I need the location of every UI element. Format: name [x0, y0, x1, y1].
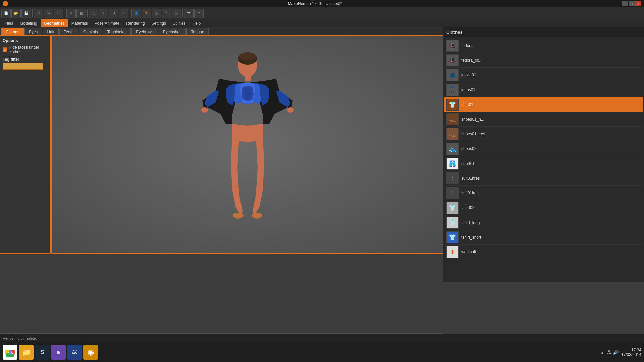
- clothes-thumb-shirt01: 👕: [446, 99, 459, 111]
- tab-eyes[interactable]: Eyes: [24, 28, 42, 35]
- toolbar-undo-btn[interactable]: ↩: [34, 9, 43, 18]
- clothes-item-tshirt02[interactable]: 👕 tshirt02: [444, 200, 643, 215]
- svg-point-2: [239, 52, 256, 60]
- clothes-thumb-tshirt-long: 👕: [446, 217, 459, 229]
- toolbar-move-btn[interactable]: ✛: [99, 9, 108, 18]
- clothes-item-shoes01-lres[interactable]: 👞 shoes01_lres: [444, 127, 643, 141]
- taskbar-chrome-icon[interactable]: [3, 345, 17, 360]
- menu-poseanimate[interactable]: Pose/Animate: [91, 19, 123, 27]
- tabbar: Clothes Eyes Hair Teeth Genitals Topolog…: [0, 27, 443, 36]
- clothes-name-shoes01-h: shoes01_h...: [461, 117, 484, 122]
- statusbar: Rendering complete.: [0, 334, 644, 342]
- clothes-item-suit01hres[interactable]: 🕴 suit01hres: [444, 171, 643, 186]
- menu-modelling[interactable]: Modelling: [16, 19, 40, 27]
- tab-topologies[interactable]: Topologies: [103, 28, 131, 35]
- toolbar-target-btn[interactable]: ◎: [152, 9, 161, 18]
- minimize-button[interactable]: ─: [622, 1, 628, 6]
- toolbar-rotate-btn[interactable]: ⟳: [54, 9, 63, 18]
- viewport[interactable]: [52, 36, 443, 253]
- clothes-thumb-jeans01: 👖: [446, 84, 459, 96]
- close-button[interactable]: ✕: [635, 1, 641, 6]
- toolbar-sep5: [182, 9, 183, 17]
- clothes-item-short01[interactable]: 🩳 short01: [444, 156, 643, 171]
- menubar: Files Modelling Geometries Materials Pos…: [0, 19, 644, 27]
- menu-rendering[interactable]: Rendering: [123, 19, 148, 27]
- titlebar: MakeHuman 1.0.0 - [Untitled]* ─ □ ✕: [0, 0, 644, 7]
- taskbar-steam-icon[interactable]: S: [35, 345, 50, 360]
- clothes-thumb-suit01hres: 🕴: [446, 172, 459, 184]
- toolbar-mirror-btn[interactable]: ⧖: [162, 9, 171, 18]
- clothes-name-tshirt-short: tshirt_short: [461, 235, 481, 240]
- clothes-item-tshirt-short[interactable]: 👕 tshirt_short: [444, 230, 643, 245]
- menu-files[interactable]: Files: [1, 19, 16, 27]
- clothes-item-fedora[interactable]: 🎩 fedora: [444, 38, 643, 53]
- menu-materials[interactable]: Materials: [68, 19, 91, 27]
- clothes-thumb-fedora-co: 🎩: [446, 54, 459, 66]
- clothes-thumb-shoes01-lres: 👞: [446, 128, 459, 140]
- clothes-item-worksuit[interactable]: 🦺 worksuit: [444, 245, 643, 259]
- clothes-item-shoes01-h[interactable]: 👞 shoes01_h...: [444, 112, 643, 127]
- clothes-name-shoes02: shoes02: [461, 146, 476, 151]
- tab-tongue[interactable]: Tongue: [186, 28, 208, 35]
- toolbar-grid-btn[interactable]: ⊞: [66, 9, 76, 18]
- tab-hair[interactable]: Hair: [43, 28, 59, 35]
- resize-corner[interactable]: [50, 253, 52, 254]
- clothes-item-tshirt-long[interactable]: 👕 tshirt_long: [444, 215, 643, 230]
- app-icon: [3, 1, 8, 6]
- tag-filter-input[interactable]: [3, 63, 43, 70]
- tab-eyebrows[interactable]: Eyebrows: [131, 28, 158, 35]
- human-figure: [180, 47, 315, 241]
- toolbar-help-btn[interactable]: ?: [194, 9, 204, 18]
- tab-teeth[interactable]: Teeth: [59, 28, 78, 35]
- toolbar-scale-btn[interactable]: ⤡: [119, 9, 128, 18]
- toolbar-open-btn[interactable]: 📂: [11, 9, 21, 18]
- window-controls: ─ □ ✕: [622, 1, 641, 6]
- taskbar-files-icon[interactable]: 📁: [19, 345, 34, 360]
- hide-faces-checkbox[interactable]: [3, 47, 7, 52]
- taskbar-app3-icon[interactable]: ◉: [83, 345, 98, 360]
- clothes-item-shirt01[interactable]: 👕 shirt01: [444, 97, 643, 112]
- toolbar-redo-btn[interactable]: ↪: [44, 9, 53, 18]
- toolbar-human-btn[interactable]: 👤: [131, 9, 141, 18]
- clothes-thumb-tshirt-short: 👕: [446, 231, 459, 243]
- clothes-name-fedora-co: fedora_co...: [461, 58, 482, 63]
- maximize-button[interactable]: □: [629, 1, 635, 6]
- clothes-item-suit01lres[interactable]: 🕴 suit01lres: [444, 186, 643, 200]
- clothes-item-fedora-co[interactable]: 🎩 fedora_co...: [444, 53, 643, 68]
- toolbar-sep1: [32, 9, 33, 17]
- clothes-thumb-jacket01: 🧥: [446, 69, 459, 81]
- window-title: MakeHuman 1.0.0 - [Untitled]*: [8, 1, 622, 6]
- menu-geometries[interactable]: Geometries: [41, 19, 68, 27]
- toolbar-new-btn[interactable]: 📄: [1, 9, 11, 18]
- resize-handle-horizontal[interactable]: [0, 253, 443, 254]
- sys-icons: 🖧 🔊: [607, 350, 619, 355]
- menu-utilities[interactable]: Utilities: [169, 19, 189, 27]
- clothes-name-worksuit: worksuit: [461, 250, 476, 254]
- clothes-list: 🎩 fedora 🎩 fedora_co... 🧥 jacket01 👖 jea…: [443, 37, 644, 261]
- tab-eyelashes[interactable]: Eyelashes: [159, 28, 186, 35]
- menu-settings[interactable]: Settings: [148, 19, 169, 27]
- clothes-thumb-tshirt02: 👕: [446, 202, 459, 214]
- toolbar-screenshot-btn[interactable]: 📷: [184, 9, 194, 18]
- toolbar-rotate2-btn[interactable]: ↺: [109, 9, 118, 18]
- taskbar-app2-icon[interactable]: ≋: [67, 345, 82, 360]
- menu-help[interactable]: Help: [189, 19, 204, 27]
- clothes-thumb-suit01lres: 🕴: [446, 187, 459, 199]
- hide-faces-label: Hide faces under clothes: [9, 45, 49, 54]
- toolbar-save-btn[interactable]: 💾: [21, 9, 31, 18]
- tab-genitals[interactable]: Genitals: [79, 28, 102, 35]
- toolbar-pose-btn[interactable]: 🏃: [142, 9, 151, 18]
- clothes-item-jeans01[interactable]: 👖 jeans01: [444, 82, 643, 97]
- tab-clothes[interactable]: Clothes: [1, 28, 24, 35]
- toolbar-select-btn[interactable]: ⬚: [89, 9, 98, 18]
- clothes-thumb-fedora: 🎩: [446, 40, 459, 52]
- toolbar-smooth-btn[interactable]: ◌: [172, 9, 181, 18]
- clothes-item-jacket01[interactable]: 🧥 jacket01: [444, 68, 643, 82]
- clothes-item-shoes02[interactable]: 👟 shoes02: [444, 141, 643, 156]
- tray-arrow[interactable]: ▲: [601, 351, 604, 354]
- taskbar-app1-icon[interactable]: ●: [51, 345, 66, 360]
- svg-point-5: [287, 107, 294, 113]
- toolbar-checker-btn[interactable]: ▦: [76, 9, 86, 18]
- toolbar-sep3: [87, 9, 88, 17]
- left-panel: Options Hide faces under clothes Tag fil…: [0, 36, 52, 255]
